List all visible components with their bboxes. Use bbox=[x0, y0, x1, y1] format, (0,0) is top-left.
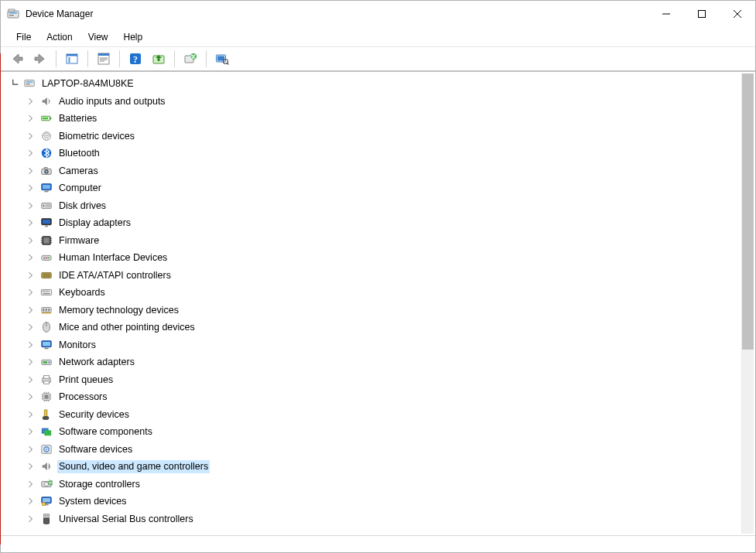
expand-toggle-icon[interactable] bbox=[26, 426, 36, 437]
menu-file[interactable]: File bbox=[9, 30, 39, 44]
show-hide-console-tree-button[interactable] bbox=[60, 49, 84, 69]
expand-toggle-icon[interactable] bbox=[26, 479, 36, 490]
memory-icon bbox=[39, 303, 53, 317]
tree-category[interactable]: Bluetooth bbox=[1, 145, 741, 162]
pc-icon bbox=[22, 77, 36, 90]
expand-toggle-icon[interactable] bbox=[26, 96, 36, 107]
tree-category[interactable]: Memory technology devices bbox=[1, 302, 741, 319]
tree-category[interactable]: System devices bbox=[1, 493, 741, 510]
tree-category[interactable]: Software devices bbox=[1, 441, 741, 459]
expand-toggle-icon[interactable] bbox=[26, 270, 36, 281]
toolbar-separator bbox=[206, 50, 207, 67]
processor-icon bbox=[39, 390, 53, 404]
tree-category[interactable]: Keyboards bbox=[1, 284, 741, 302]
title-bar[interactable]: Device Manager bbox=[1, 1, 755, 27]
tree-category[interactable]: Universal Serial Bus controllers bbox=[1, 510, 741, 528]
tree-category[interactable]: Software components bbox=[1, 423, 741, 441]
tree-category[interactable]: Biometric devices bbox=[1, 128, 741, 145]
tree-category[interactable]: Security devices bbox=[1, 406, 741, 424]
tree-category[interactable]: Human Interface Devices bbox=[1, 249, 741, 267]
tree-root-label: LAPTOP-8A4MU8KE bbox=[40, 77, 135, 90]
expand-toggle-icon[interactable] bbox=[26, 444, 36, 455]
tree-category[interactable]: Computer bbox=[1, 179, 741, 197]
menu-help[interactable]: Help bbox=[116, 30, 151, 44]
minimize-button[interactable] bbox=[648, 1, 684, 27]
expand-toggle-icon[interactable] bbox=[26, 217, 36, 228]
menu-bar: File Action View Help bbox=[1, 27, 755, 46]
scrollbar-thumb[interactable] bbox=[742, 73, 754, 350]
print-icon bbox=[39, 373, 53, 387]
display-icon bbox=[39, 216, 53, 230]
toolbar-separator bbox=[87, 50, 88, 67]
toolbar: ? bbox=[1, 47, 755, 70]
biometric-icon bbox=[39, 129, 53, 143]
tree-category[interactable]: Processors bbox=[1, 388, 741, 406]
tree-category-label: Universal Serial Bus controllers bbox=[57, 513, 195, 526]
expand-toggle-icon[interactable] bbox=[26, 357, 36, 367]
expand-toggle-icon[interactable] bbox=[26, 200, 36, 211]
tree-category-label: Audio inputs and outputs bbox=[57, 95, 167, 108]
storage-icon bbox=[39, 477, 53, 491]
tree-category-label: Firmware bbox=[57, 234, 101, 247]
toolbar-separator bbox=[174, 50, 175, 67]
tree-category[interactable]: Network adapters bbox=[1, 353, 741, 371]
expand-toggle-icon[interactable] bbox=[9, 78, 19, 89]
tree-category[interactable]: Firmware bbox=[1, 232, 741, 250]
properties-button[interactable] bbox=[92, 49, 115, 69]
menu-view[interactable]: View bbox=[80, 30, 116, 44]
tree-category-label: Display adapters bbox=[57, 217, 132, 230]
tree-category[interactable]: Display adapters bbox=[1, 214, 741, 232]
tree-category[interactable]: Print queues bbox=[1, 371, 741, 389]
tree-category[interactable]: Audio inputs and outputs bbox=[1, 93, 741, 111]
tree-root[interactable]: LAPTOP-8A4MU8KE bbox=[1, 75, 741, 93]
tree-category[interactable]: Mice and other pointing devices bbox=[1, 319, 741, 336]
svg-line-24 bbox=[227, 63, 229, 65]
svg-rect-3 bbox=[9, 9, 15, 12]
expand-toggle-icon[interactable] bbox=[26, 183, 36, 193]
scan-hardware-button[interactable] bbox=[210, 49, 234, 69]
expand-toggle-icon[interactable] bbox=[26, 113, 36, 124]
back-button[interactable] bbox=[5, 49, 29, 69]
forward-button[interactable] bbox=[29, 49, 52, 69]
help-button[interactable]: ? bbox=[124, 49, 147, 69]
expand-toggle-icon[interactable] bbox=[26, 496, 36, 507]
tree-category[interactable]: Storage controllers bbox=[1, 476, 741, 493]
expand-toggle-icon[interactable] bbox=[26, 340, 36, 350]
bluetooth-icon bbox=[39, 146, 53, 160]
tree-category[interactable]: Sound, video and game controllers bbox=[1, 458, 741, 476]
tree-category-label: Sound, video and game controllers bbox=[57, 460, 210, 473]
usb-icon bbox=[39, 512, 53, 526]
expand-toggle-icon[interactable] bbox=[26, 461, 36, 472]
tree-category-label: Storage controllers bbox=[57, 478, 142, 491]
uninstall-device-button[interactable] bbox=[179, 49, 202, 69]
monitor-icon bbox=[39, 338, 53, 352]
expand-toggle-icon[interactable] bbox=[26, 322, 36, 333]
expand-toggle-icon[interactable] bbox=[26, 409, 36, 420]
tree-category-label: Keyboards bbox=[57, 286, 107, 299]
tree-category[interactable]: Batteries bbox=[1, 110, 741, 128]
expand-toggle-icon[interactable] bbox=[26, 148, 36, 159]
maximize-button[interactable] bbox=[684, 1, 720, 27]
expand-toggle-icon[interactable] bbox=[26, 235, 36, 246]
expand-toggle-icon[interactable] bbox=[26, 374, 36, 385]
tree-category[interactable]: Monitors bbox=[1, 336, 741, 354]
tree-category[interactable]: IDE ATA/ATAPI controllers bbox=[1, 267, 741, 285]
expand-toggle-icon[interactable] bbox=[26, 252, 36, 263]
tree-category-label: Biometric devices bbox=[57, 130, 136, 143]
tree-category[interactable]: Disk drives bbox=[1, 197, 741, 215]
expand-toggle-icon[interactable] bbox=[26, 287, 36, 298]
expand-toggle-icon[interactable] bbox=[26, 166, 36, 176]
device-tree[interactable]: LAPTOP-8A4MU8KEAudio inputs and outputsB… bbox=[1, 72, 741, 535]
close-button[interactable] bbox=[720, 1, 755, 27]
toolbar-separator bbox=[119, 50, 120, 67]
expand-toggle-icon[interactable] bbox=[26, 514, 36, 524]
menu-action[interactable]: Action bbox=[39, 30, 80, 44]
tree-category[interactable]: Cameras bbox=[1, 162, 741, 180]
update-driver-button[interactable] bbox=[147, 49, 170, 69]
tree-category-label: Software devices bbox=[57, 443, 134, 456]
expand-toggle-icon[interactable] bbox=[26, 305, 36, 316]
expand-toggle-icon[interactable] bbox=[26, 391, 36, 402]
vertical-scrollbar[interactable] bbox=[741, 73, 754, 534]
expand-toggle-icon[interactable] bbox=[26, 131, 36, 142]
softcomp-icon bbox=[39, 425, 53, 439]
